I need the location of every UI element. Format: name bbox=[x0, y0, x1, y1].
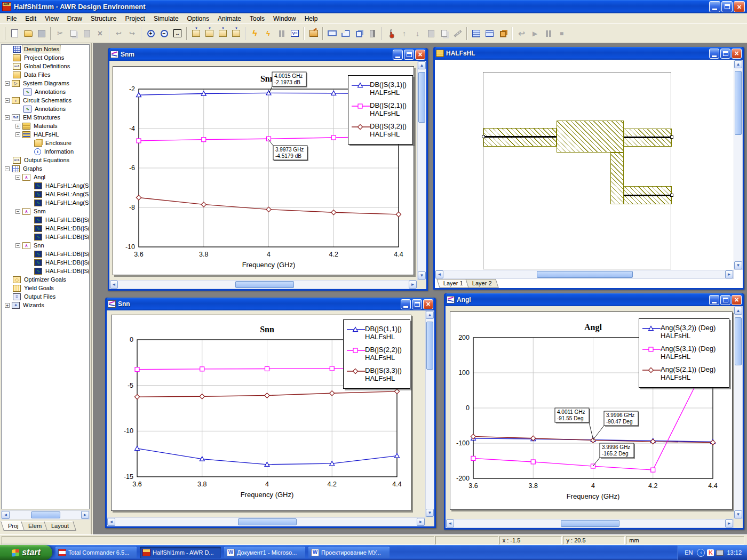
tree-item-halfshl-ang-s[interactable]: ∿HALFsHL:Ang(S bbox=[2, 190, 89, 198]
em-minimize-button[interactable] bbox=[709, 49, 719, 59]
em-horizontal-scrollbar[interactable]: ◄► bbox=[435, 270, 734, 279]
snm-vertical-scrollbar[interactable]: ▲▼ bbox=[417, 61, 426, 280]
output-equations-icon[interactable]: V= bbox=[289, 27, 301, 39]
save-icon[interactable] bbox=[35, 27, 47, 39]
tree-item-halfshl[interactable]: −HALFsHL bbox=[2, 130, 89, 139]
em-enclosure-canvas[interactable] bbox=[483, 72, 671, 269]
angl-window[interactable]: Angl × Angl3.63.844.24.42001000-100-200F… bbox=[444, 293, 744, 530]
angl-titlebar[interactable]: Angl × bbox=[446, 293, 743, 306]
analyze-tune-icon[interactable]: ϟ bbox=[262, 27, 274, 39]
collapse-toggle[interactable]: − bbox=[15, 132, 20, 137]
menu-tools[interactable]: Tools bbox=[245, 14, 269, 23]
add-schematic-icon[interactable] bbox=[190, 27, 202, 39]
menu-help[interactable]: Help bbox=[300, 14, 322, 23]
paste-layout-icon[interactable] bbox=[425, 27, 437, 39]
layer-tab-1[interactable]: Layer 1 bbox=[436, 279, 470, 288]
port3-handle[interactable] bbox=[670, 194, 673, 197]
tree-item-halfshl-ang-s[interactable]: ∿HALFsHL:Ang(S bbox=[2, 198, 89, 207]
menu-options[interactable]: Options bbox=[183, 14, 213, 23]
collapse-toggle[interactable]: − bbox=[15, 243, 20, 248]
angl-horizontal-scrollbar[interactable]: ◄► bbox=[446, 519, 734, 528]
menu-animate[interactable]: Animate bbox=[213, 14, 245, 23]
group-shapes-icon[interactable] bbox=[438, 27, 450, 39]
tree-item-information[interactable]: iInformation bbox=[2, 147, 89, 156]
collapse-toggle[interactable]: − bbox=[15, 209, 20, 214]
tree-item-halfshl-ang-s[interactable]: ∿HALFsHL:Ang(S bbox=[2, 181, 89, 190]
snm-maximize-button[interactable] bbox=[404, 50, 414, 60]
tree-item-system-diagrams[interactable]: −▷System Diagrams bbox=[2, 79, 89, 87]
view-stackup-icon[interactable] bbox=[470, 27, 482, 39]
thermometer-icon[interactable] bbox=[385, 27, 397, 39]
em-close-button[interactable]: × bbox=[732, 49, 742, 59]
tree-item-enclosure[interactable]: Enclosure bbox=[2, 139, 89, 147]
snn-window[interactable]: Snn × Snn3.63.844.24.40-5-10-15Frequency… bbox=[105, 298, 436, 528]
minimize-button[interactable] bbox=[709, 1, 720, 12]
tree-item-wizards[interactable]: +✦Wizards bbox=[2, 301, 89, 309]
menu-window[interactable]: Window bbox=[269, 14, 300, 23]
tree-item-snm[interactable]: −∧Snm bbox=[2, 207, 89, 215]
collapse-toggle[interactable]: − bbox=[5, 81, 10, 86]
snn-horizontal-scrollbar[interactable]: ◄► bbox=[107, 517, 425, 526]
tree-item-output-files[interactable]: ≡Output Files bbox=[2, 292, 89, 301]
angl-minimize-button[interactable] bbox=[709, 295, 719, 305]
undo-icon[interactable]: ↩ bbox=[113, 27, 125, 39]
cut-icon[interactable]: ✂ bbox=[54, 27, 66, 39]
expand-toggle[interactable]: + bbox=[5, 303, 10, 308]
expand-toggle[interactable]: + bbox=[15, 124, 20, 129]
tree-item-em-structures[interactable]: −∇xEEM Structures bbox=[2, 113, 89, 122]
snn-vertical-scrollbar[interactable]: ▲▼ bbox=[425, 310, 434, 517]
tree-item-annotations[interactable]: ∿Annotations bbox=[2, 87, 89, 96]
port2-feed-line[interactable] bbox=[624, 137, 672, 138]
tree-item-graphs[interactable]: −Graphs bbox=[2, 164, 89, 173]
menu-draw[interactable]: Draw bbox=[63, 14, 86, 23]
run-icon[interactable]: ▶ bbox=[529, 27, 541, 39]
view-enclosure-icon[interactable] bbox=[483, 27, 496, 39]
port3-feed-line[interactable] bbox=[624, 195, 672, 196]
tree-item-design-notes[interactable]: Design Notes bbox=[2, 45, 89, 53]
tree-item-halfshl-db-s-[interactable]: ∿HALFsHL:DB(|S( bbox=[2, 258, 89, 267]
collapse-toggle[interactable]: − bbox=[5, 98, 10, 103]
menu-simulate[interactable]: Simulate bbox=[149, 14, 183, 23]
port2-handle[interactable] bbox=[670, 135, 673, 139]
tree-item-output-equations[interactable]: x=1Output Equations bbox=[2, 156, 89, 164]
add-em-structure-icon[interactable] bbox=[217, 27, 229, 39]
menu-file[interactable]: File bbox=[2, 14, 21, 23]
halt-simulation-icon[interactable] bbox=[275, 27, 288, 39]
em-vertical-scrollbar[interactable]: ▲▼ bbox=[734, 60, 743, 270]
layer-tab-2[interactable]: Layer 2 bbox=[465, 279, 498, 288]
snm-minimize-button[interactable] bbox=[393, 50, 403, 60]
angl-vertical-scrollbar[interactable]: ▲▼ bbox=[734, 306, 743, 519]
copy-icon[interactable] bbox=[67, 27, 80, 39]
tree-item-materials[interactable]: +Materials bbox=[2, 122, 89, 130]
add-system-diagram-icon[interactable] bbox=[203, 27, 216, 39]
pause-icon[interactable] bbox=[542, 27, 554, 39]
redo-icon[interactable]: ↪ bbox=[126, 27, 138, 39]
start-button[interactable]: start bbox=[0, 545, 52, 560]
zoom-fit-icon[interactable]: ↔ bbox=[171, 27, 184, 39]
display-tray-icon[interactable] bbox=[716, 550, 724, 556]
draw-port-icon[interactable] bbox=[366, 27, 378, 39]
stop-icon[interactable]: ■ bbox=[555, 27, 568, 39]
collapse-toggle[interactable]: − bbox=[5, 115, 10, 120]
em-titlebar[interactable]: HALFsHL × bbox=[435, 47, 743, 60]
paste-icon[interactable] bbox=[81, 27, 93, 39]
tree-item-angl[interactable]: −∧Angl bbox=[2, 173, 89, 181]
port1-handle[interactable] bbox=[482, 135, 485, 138]
close-button[interactable]: × bbox=[734, 1, 745, 12]
browser-tab-layout[interactable]: Layout bbox=[44, 521, 76, 531]
tree-item-snn[interactable]: −∧Snn bbox=[2, 241, 89, 250]
measure-icon[interactable] bbox=[451, 27, 464, 39]
snn-maximize-button[interactable] bbox=[412, 299, 422, 309]
tree-item-annotations[interactable]: ∿Annotations bbox=[2, 105, 89, 113]
shift-up-icon[interactable]: ↑ bbox=[398, 27, 410, 39]
tree-item-global-definitions[interactable]: x=1Global Definitions bbox=[2, 62, 89, 70]
tree-item-halfshl-db-s-[interactable]: ∿HALFsHL:DB(|S( bbox=[2, 233, 89, 241]
snn-close-button[interactable]: × bbox=[423, 299, 433, 309]
snn-titlebar[interactable]: Snn × bbox=[107, 298, 434, 310]
history-back-icon[interactable]: ↩ bbox=[515, 27, 528, 39]
menu-structure[interactable]: Structure bbox=[86, 14, 121, 23]
collapse-toggle[interactable]: − bbox=[5, 166, 10, 171]
collapse-toggle[interactable]: − bbox=[15, 175, 20, 180]
port1-feed-line[interactable] bbox=[483, 136, 557, 138]
view-3d-icon[interactable] bbox=[497, 27, 509, 39]
